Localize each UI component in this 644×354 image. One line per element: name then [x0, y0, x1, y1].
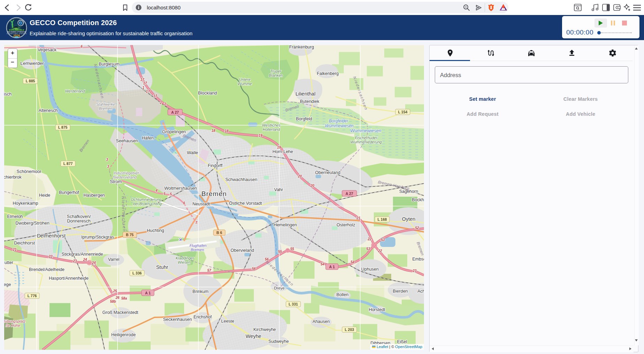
svg-text:Westliches: Westliches [262, 123, 281, 127]
svg-text:52: 52 [415, 226, 419, 230]
svg-text:Werderland: Werderland [65, 89, 85, 93]
svg-text:Blockland: Blockland [198, 91, 217, 96]
svg-text:Iprump/Stickgras: Iprump/Stickgras [81, 235, 114, 240]
svg-text:L 877: L 877 [63, 161, 73, 166]
svg-text:Altenesch: Altenesch [39, 108, 58, 113]
svg-text:Hasport/Annenheide: Hasport/Annenheide [49, 276, 89, 281]
svg-text:Dwoberg/Ströhen: Dwoberg/Ströhen [15, 221, 49, 226]
svg-text:L 776: L 776 [28, 294, 37, 298]
svg-text:Ach: Ach [417, 289, 424, 294]
svg-text:Huchting: Huchting [147, 228, 164, 233]
svg-text:Stuhr: Stuhr [156, 264, 168, 270]
svg-text:Oyten: Oyten [402, 216, 416, 222]
svg-text:Hollerland: Hollerland [263, 127, 280, 131]
svg-text:56: 56 [252, 267, 256, 271]
svg-text:chierbrok: chierbrok [4, 175, 22, 180]
svg-text:Untere: Untere [239, 77, 250, 82]
svg-text:24: 24 [91, 261, 96, 265]
svg-text:L 885: L 885 [26, 79, 35, 83]
svg-text:L 203: L 203 [345, 327, 354, 332]
svg-text:Bollen: Bollen [336, 292, 349, 297]
svg-text:Walle: Walle [187, 150, 198, 155]
svg-text:53: 53 [381, 238, 385, 242]
svg-text:Embser: Embser [412, 257, 424, 262]
svg-text:Burglesum: Burglesum [99, 62, 120, 67]
svg-text:7: 7 [195, 221, 197, 225]
svg-text:Wummewiesen: Wummewiesen [350, 128, 381, 133]
svg-text:Ochtumniederung: Ochtumniederung [131, 197, 161, 202]
svg-text:Kladdinger: Kladdinger [176, 256, 195, 260]
svg-text:21: 21 [12, 248, 17, 251]
svg-text:23: 23 [412, 269, 417, 273]
svg-text:19: 19 [258, 134, 263, 137]
svg-text:Erichshof: Erichshof [194, 315, 212, 319]
svg-text:Deichhorst: Deichhorst [14, 241, 35, 246]
svg-text:Blanken: Blanken [269, 73, 283, 77]
svg-text:Stickgras/Annenriede: Stickgras/Annenriede [62, 252, 103, 257]
svg-text:Horstedt: Horstedt [369, 307, 385, 312]
svg-text:Dreye: Dreye [274, 286, 285, 290]
svg-text:26: 26 [115, 296, 120, 300]
svg-text:Falkenberg: Falkenberg [317, 71, 339, 76]
svg-text:A 27: A 27 [346, 191, 353, 196]
svg-text:L 154: L 154 [398, 110, 408, 114]
svg-text:Sudweyhe: Sudweyhe [268, 339, 289, 344]
svg-text:21: 21 [356, 216, 361, 220]
svg-text:53: 53 [366, 247, 370, 251]
svg-text:3: 3 [106, 158, 108, 161]
svg-text:Hemelingen: Hemelingen [274, 223, 297, 227]
svg-text:Weyhe: Weyhe [246, 333, 262, 339]
svg-text:20: 20 [297, 174, 302, 178]
svg-text:Heide: Heide [39, 193, 51, 198]
svg-text:Donneresch: Donneresch [67, 219, 90, 224]
svg-text:Groß Mackenstedt: Groß Mackenstedt [103, 310, 138, 315]
svg-text:Ahausen: Ahausen [312, 319, 329, 324]
svg-text:2: 2 [164, 102, 166, 106]
svg-text:Frankenburg: Frankenburg [289, 45, 314, 50]
svg-text:bei Brokhuchting: bei Brokhuchting [133, 202, 162, 206]
svg-text:Seehausen: Seehausen [116, 138, 138, 143]
svg-text:58a: 58a [121, 296, 127, 300]
svg-text:54: 54 [320, 262, 325, 266]
svg-text:Woltmershausen: Woltmershausen [164, 186, 197, 191]
svg-text:lutter: lutter [4, 260, 13, 265]
svg-text:Borgfelder: Borgfelder [329, 119, 348, 123]
svg-text:25: 25 [113, 289, 117, 293]
svg-text:B 6: B 6 [217, 231, 222, 235]
svg-text:Hoykenkamp: Hoykenkamp [13, 201, 38, 206]
svg-text:Schönemoor: Schönemoor [17, 169, 41, 174]
svg-text:Leeste: Leeste [221, 319, 234, 324]
svg-text:17: 17 [153, 94, 157, 98]
svg-text:Bremen: Bremen [202, 190, 227, 197]
svg-text:ße Höhe: ße Höhe [6, 323, 20, 327]
svg-text:23: 23 [73, 259, 77, 263]
svg-text:RIDE-SHARING OPTIMISATION: RIDE-SHARING OPTIMISATION [7, 31, 26, 33]
svg-text:5: 5 [170, 192, 172, 196]
svg-text:1: 1 [142, 86, 144, 90]
svg-text:L 331: L 331 [289, 302, 298, 306]
svg-text:Wummeniederung: Wummeniederung [350, 140, 382, 144]
svg-text:EXPLAINABLE: EXPLAINABLE [9, 29, 24, 31]
svg-text:Findorff: Findorff [208, 163, 223, 168]
svg-text:Bierden: Bierden [393, 289, 408, 294]
svg-text:Häfen: Häfen [142, 136, 153, 141]
svg-text:ege: ege [4, 282, 11, 287]
svg-text:17: 17 [143, 81, 147, 85]
svg-text:isch: isch [4, 92, 12, 97]
svg-text:Obervieland: Obervieland [230, 248, 254, 253]
svg-text:Seckenhausen: Seckenhausen [163, 317, 192, 322]
svg-text:Industriegebiet: Industriegebiet [114, 171, 139, 175]
svg-text:Borgfeld: Borgfeld [296, 116, 312, 121]
svg-text:Bremen: Bremen [99, 106, 113, 111]
svg-text:Vegesack: Vegesack [38, 47, 57, 52]
svg-text:Flughafen: Flughafen [190, 243, 207, 248]
svg-text:Eißel: Eißel [397, 339, 407, 344]
svg-text:L 336: L 336 [132, 271, 142, 275]
svg-text:Horn-Lehe: Horn-Lehe [272, 149, 293, 154]
svg-text:3: 3 [107, 165, 109, 168]
svg-text:Östliche Vorstadt: Östliche Vorstadt [229, 201, 262, 206]
svg-text:Hasbergen: Hasbergen [83, 193, 105, 198]
svg-text:Wummewiesen: Wummewiesen [325, 123, 354, 128]
svg-text:Stahlwerke: Stahlwerke [96, 102, 115, 106]
svg-text:Varrel: Varrel [108, 257, 119, 262]
